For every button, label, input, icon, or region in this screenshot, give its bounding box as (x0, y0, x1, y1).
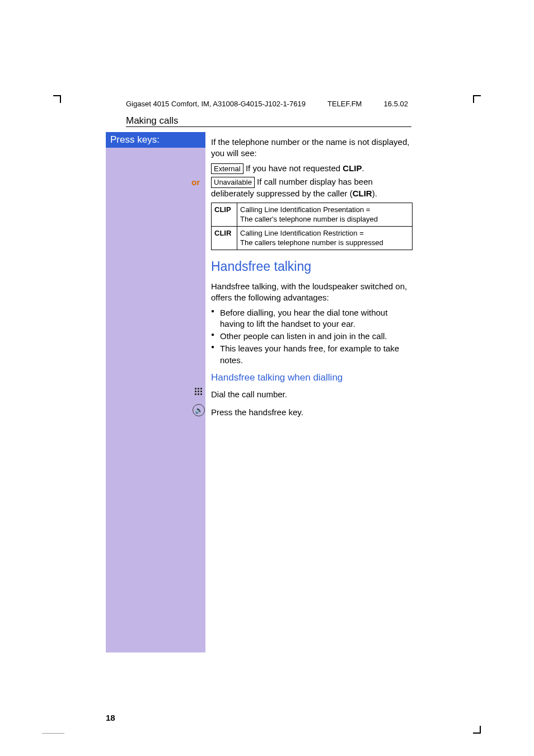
clip-clir-table: CLIP Calling Line Identification Present… (211, 203, 413, 250)
clir-label: CLIR (212, 226, 237, 250)
handsfree-intro: Handsfree talking, with the loudspeaker … (211, 281, 413, 304)
header-left: Gigaset 4015 Comfort, IM, A31008-G4015-J… (126, 100, 306, 108)
table-row: CLIP Calling Line Identification Present… (212, 203, 413, 226)
crop-mark (42, 733, 64, 734)
unavailable-row: Unavailable If call number display has b… (211, 176, 413, 199)
header-right: 16.5.02 (384, 100, 408, 108)
crop-mark (473, 95, 474, 103)
crop-mark (60, 95, 61, 103)
unavailable-box: Unavailable (211, 177, 255, 188)
intro-text: If the telephone number or the name is n… (211, 137, 413, 159)
sidebar-title: Press keys: (106, 132, 205, 148)
list-item: Before dialling, you hear the dial tone … (211, 307, 413, 330)
external-row: External If you have not requested CLIP. (211, 163, 413, 175)
table-row: CLIR Calling Line Identification Restric… (212, 226, 413, 250)
page-number: 18 (106, 713, 115, 722)
step-handsfree: Press the handsfree key. (211, 407, 413, 418)
clip-desc: Calling Line Identification Presentation… (237, 203, 413, 226)
handsfree-heading: Handsfree talking (211, 258, 413, 275)
crop-mark (473, 95, 481, 96)
header-mid: TELEF.FM (327, 100, 362, 108)
handsfree-sub-heading: Handsfree talking when dialling (211, 372, 413, 384)
external-text: If you have not requested CLIP. (246, 163, 364, 173)
external-box: External (211, 163, 243, 175)
keypad-icon (195, 388, 204, 397)
section-rule (126, 126, 411, 127)
step-dial: Dial the call number. (211, 389, 413, 400)
handsfree-icon: 🔈 (193, 404, 205, 416)
section-title: Making calls (126, 115, 179, 126)
or-label: or (191, 177, 200, 187)
running-header: Gigaset 4015 Comfort, IM, A31008-G4015-J… (126, 100, 408, 108)
crop-mark (473, 732, 481, 734)
advantage-list: Before dialling, you hear the dial tone … (211, 307, 413, 366)
clir-desc: Calling Line Identification Restriction … (237, 226, 413, 250)
main-content: If the telephone number or the name is n… (211, 137, 413, 421)
press-keys-sidebar: Press keys: (106, 132, 205, 652)
clip-label: CLIP (212, 203, 237, 226)
list-item: This leaves your hands free, for example… (211, 343, 413, 366)
list-item: Other people can listen in and join in t… (211, 331, 413, 342)
